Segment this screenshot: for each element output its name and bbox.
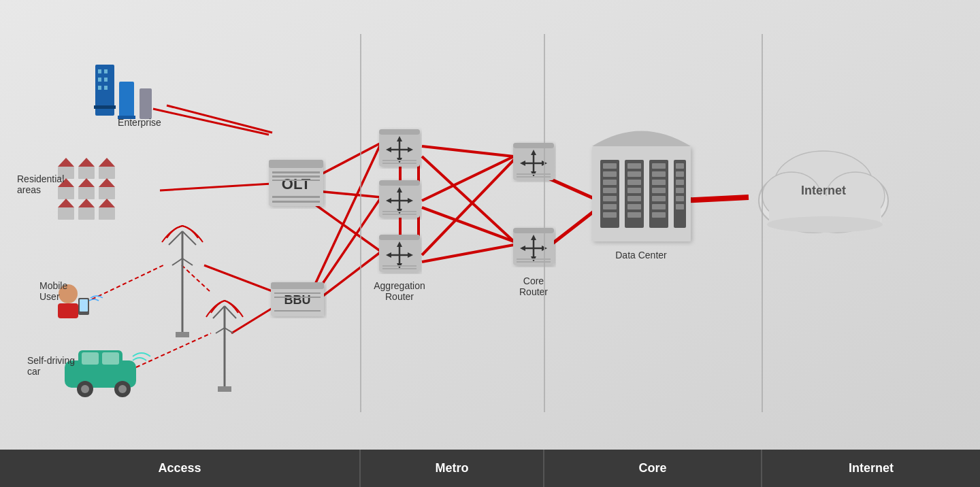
svg-rect-177 [652,196,666,201]
svg-rect-157 [603,163,617,169]
svg-rect-141 [517,173,551,175]
svg-rect-162 [603,204,617,209]
access-label: Access [158,461,201,475]
svg-rect-28 [98,69,101,73]
svg-rect-129 [382,265,416,267]
svg-text:Router: Router [519,286,548,297]
svg-rect-79 [102,352,119,365]
svg-text:Data Center: Data Center [615,250,667,261]
svg-rect-176 [652,188,666,193]
svg-text:Self-driving: Self-driving [27,355,75,366]
svg-rect-130 [382,268,416,269]
svg-rect-34 [119,82,134,119]
svg-rect-179 [652,212,666,218]
svg-rect-54 [99,207,115,220]
svg-rect-182 [676,171,684,177]
svg-rect-52 [78,207,95,220]
svg-rect-93 [272,201,320,203]
svg-rect-27 [94,105,116,109]
svg-rect-32 [98,86,101,90]
svg-rect-122 [379,235,420,240]
svg-rect-90 [272,175,320,178]
svg-text:Core: Core [523,275,544,286]
section-metro: Metro [361,450,544,487]
svg-rect-166 [627,171,641,177]
svg-rect-33 [104,86,108,90]
svg-rect-92 [272,196,320,198]
svg-rect-110 [382,163,416,164]
svg-rect-97 [274,292,321,294]
svg-rect-175 [652,180,666,185]
svg-rect-161 [603,196,617,201]
core-label: Core [638,461,666,475]
svg-rect-151 [517,258,551,260]
network-diagram: Enterprise Residential areas [0,0,980,450]
svg-rect-109 [382,160,416,161]
svg-text:Aggregation: Aggregation [374,280,425,291]
svg-rect-112 [379,180,420,186]
svg-rect-73 [80,299,88,312]
svg-rect-174 [652,171,666,177]
internet-label: Internet [849,461,894,475]
svg-rect-167 [627,180,641,185]
svg-rect-63 [176,332,189,337]
svg-rect-120 [382,214,416,215]
main-container: Enterprise Residential areas [0,0,980,487]
svg-text:OLT: OLT [282,175,311,192]
metro-label: Metro [436,461,469,475]
svg-text:Router: Router [385,291,414,302]
svg-rect-95 [271,282,324,289]
svg-rect-170 [627,204,641,209]
svg-rect-184 [676,188,684,193]
svg-rect-183 [676,180,684,185]
svg-rect-144 [513,228,554,233]
svg-text:car: car [27,366,41,377]
svg-text:User: User [39,291,60,302]
svg-rect-50 [58,207,74,220]
svg-rect-158 [603,171,617,177]
svg-rect-36 [140,88,152,119]
svg-rect-171 [627,212,641,218]
svg-rect-181 [676,163,684,169]
svg-rect-142 [517,176,551,178]
svg-rect-71 [58,303,78,318]
svg-rect-44 [58,187,74,199]
svg-rect-91 [272,180,320,181]
bottom-bar: Access Metro Core Internet [0,450,980,487]
svg-rect-168 [627,188,641,193]
svg-rect-29 [104,69,108,73]
svg-rect-178 [652,204,666,209]
svg-rect-186 [676,204,684,209]
svg-point-198 [767,216,883,233]
svg-rect-180 [674,160,686,228]
svg-rect-89 [272,171,320,173]
svg-rect-102 [379,129,420,135]
section-internet: Internet [762,450,980,487]
svg-rect-69 [218,386,231,392]
svg-rect-185 [676,196,684,201]
svg-rect-160 [603,188,617,193]
svg-rect-99 [274,310,321,312]
svg-text:Residential: Residential [17,173,64,184]
section-core: Core [544,450,762,487]
svg-text:areas: areas [17,184,41,195]
svg-rect-31 [104,78,108,82]
svg-rect-152 [517,261,551,263]
svg-text:Mobile: Mobile [39,280,67,291]
svg-text:Enterprise: Enterprise [118,117,161,128]
svg-rect-46 [78,187,95,199]
svg-text:Internet: Internet [801,184,846,197]
svg-rect-98 [274,297,321,298]
svg-rect-87 [269,160,323,168]
svg-rect-165 [627,163,641,169]
svg-rect-159 [603,180,617,185]
svg-text:BBU: BBU [284,293,311,307]
svg-rect-40 [78,167,95,179]
svg-rect-30 [98,78,101,82]
section-access: Access [0,450,361,487]
svg-rect-42 [99,167,115,179]
svg-rect-169 [627,196,641,201]
svg-rect-48 [99,187,115,199]
svg-rect-119 [382,211,416,212]
svg-rect-78 [82,352,99,365]
